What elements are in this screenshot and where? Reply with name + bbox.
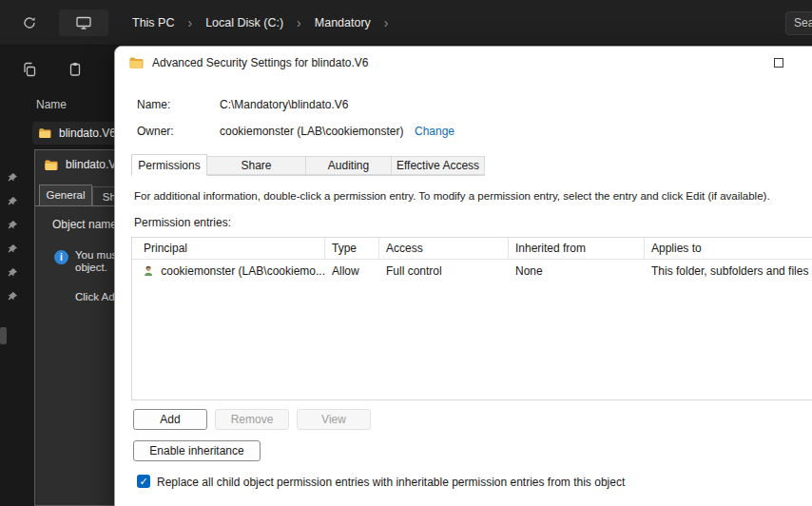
enable-inheritance-button[interactable]: Enable inheritance	[133, 440, 261, 461]
properties-body-text: Click Ad	[75, 291, 115, 302]
refresh-button[interactable]	[21, 14, 38, 31]
security-titlebar[interactable]: Advanced Security Settings for blindato.…	[115, 47, 812, 79]
breadcrumb-mandatory[interactable]: Mandatory	[308, 12, 377, 33]
breadcrumb-this-pc[interactable]: This PC	[126, 12, 181, 33]
pinned-item[interactable]	[6, 290, 19, 307]
add-button[interactable]: Add	[133, 409, 207, 430]
user-icon	[142, 263, 155, 279]
chevron-right-icon[interactable]: ›	[290, 15, 308, 30]
tab-permissions[interactable]: Permissions	[131, 154, 207, 176]
cell-access: Full control	[379, 264, 509, 278]
pin-icon	[6, 219, 19, 232]
pinned-item[interactable]	[6, 266, 19, 283]
copy-icon	[21, 61, 38, 78]
security-tabs: Permissions Share Auditing Effective Acc…	[131, 154, 485, 176]
table-row[interactable]: cookiemonster (LAB\cookiemo... Allow Ful…	[132, 260, 812, 282]
pinned-item[interactable]	[6, 243, 19, 260]
properties-titlebar[interactable]: blindato.V	[35, 150, 116, 179]
info-icon	[54, 250, 68, 264]
file-item-blindato[interactable]: blindato.V6	[32, 122, 116, 145]
location-icon-button[interactable]	[59, 10, 108, 36]
tab-auditing[interactable]: Auditing	[306, 156, 392, 175]
tab-general[interactable]: General	[39, 185, 92, 205]
breadcrumb-local-disk[interactable]: Local Disk (C:)	[199, 12, 290, 33]
object-name-label: Object name:	[52, 218, 120, 231]
remove-button[interactable]: Remove	[215, 409, 289, 430]
owner-value: cookiemonster (LAB\cookiemonster)	[220, 125, 403, 138]
address-bar: This PC › Local Disk (C:) › Mandatory › …	[0, 0, 812, 46]
name-column-header[interactable]: Name	[36, 98, 67, 111]
folder-icon	[128, 55, 144, 70]
tab-share[interactable]: Share	[207, 156, 306, 175]
cell-type: Allow	[325, 264, 379, 278]
owner-label: Owner:	[137, 125, 174, 138]
pin-icon	[6, 290, 19, 303]
properties-title: blindato.V	[66, 158, 116, 171]
pin-icon	[6, 266, 19, 280]
maximize-button[interactable]	[764, 52, 794, 73]
pin-icon	[6, 171, 19, 185]
table-header: Principal Type Access Inherited from App…	[132, 238, 812, 260]
instruction-text: For additional information, double-click…	[134, 190, 812, 202]
cell-applies-to: This folder, subfolders and files	[645, 264, 812, 278]
pinned-item[interactable]	[6, 195, 19, 212]
pin-icon	[6, 243, 19, 256]
replace-permissions-checkbox[interactable]	[137, 475, 150, 488]
maximize-icon	[774, 58, 783, 68]
column-type[interactable]: Type	[325, 238, 379, 259]
permission-entries-label: Permission entries:	[134, 216, 231, 229]
pinned-item[interactable]	[6, 171, 19, 188]
dialog-title: Advanced Security Settings for blindato.…	[152, 56, 368, 69]
principal-text: cookiemonster (LAB\cookiemo...	[161, 264, 325, 278]
chevron-right-icon[interactable]: ›	[377, 15, 396, 30]
chevron-right-icon[interactable]: ›	[181, 15, 199, 30]
column-access[interactable]: Access	[379, 238, 509, 259]
refresh-icon	[22, 15, 37, 30]
change-owner-link[interactable]: Change	[415, 125, 454, 138]
file-item-label: blindato.V6	[59, 126, 116, 140]
info-text-line1: You mus	[75, 249, 117, 261]
folder-icon	[38, 126, 51, 141]
this-pc-icon	[75, 14, 92, 31]
cell-principal: cookiemonster (LAB\cookiemo...	[132, 263, 325, 279]
column-principal[interactable]: Principal	[132, 238, 325, 259]
pin-icon	[6, 195, 19, 208]
cell-inherited-from: None	[509, 264, 645, 278]
tab-effective-access[interactable]: Effective Access	[392, 156, 485, 175]
column-applies-to[interactable]: Applies to	[645, 238, 812, 259]
nav-selection-indicator	[0, 327, 7, 344]
name-label: Name:	[137, 98, 170, 111]
column-inherited-from[interactable]: Inherited from	[509, 238, 645, 259]
paste-button[interactable]	[67, 61, 84, 78]
folder-icon	[44, 158, 58, 172]
paste-icon	[67, 61, 84, 78]
permission-entries-table: Principal Type Access Inherited from App…	[131, 237, 812, 400]
explorer-window: This PC › Local Disk (C:) › Mandatory › …	[0, 0, 812, 506]
search-input[interactable]: Sea	[785, 11, 812, 35]
copy-button[interactable]	[21, 61, 38, 78]
info-text-line2: object.	[75, 262, 107, 273]
pinned-item[interactable]	[6, 219, 19, 236]
replace-permissions-label: Replace all child object permission entr…	[157, 476, 625, 489]
breadcrumb: This PC › Local Disk (C:) › Mandatory ›	[126, 0, 396, 46]
advanced-security-dialog: Advanced Security Settings for blindato.…	[114, 46, 812, 506]
view-button[interactable]: View	[297, 409, 371, 430]
name-value: C:\Mandatory\blindato.V6	[220, 98, 348, 111]
